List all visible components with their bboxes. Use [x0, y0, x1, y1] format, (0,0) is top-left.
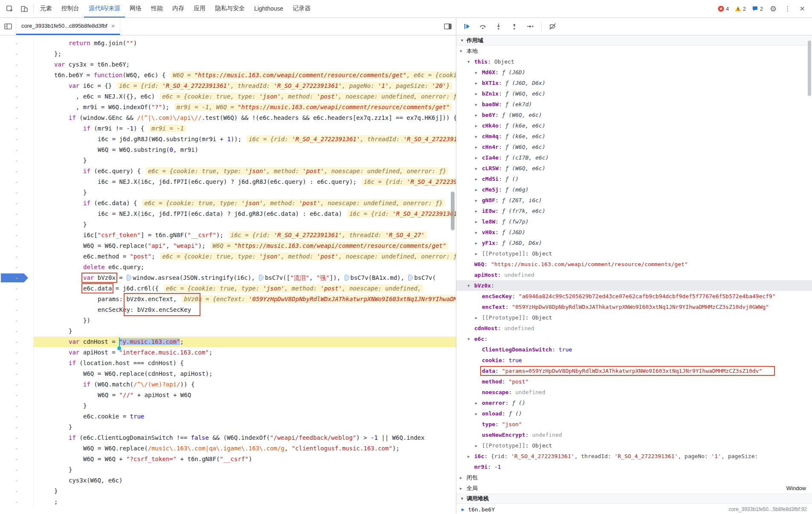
editor-scrollbar[interactable]: [450, 35, 455, 514]
gutter-cell[interactable]: -: [0, 454, 34, 465]
scope-property-row[interactable]: ▶bae8W: ƒ (ek7d): [456, 99, 812, 110]
step-button[interactable]: [524, 20, 536, 33]
gutter-cell[interactable]: -: [0, 347, 34, 358]
selection-handle[interactable]: [117, 346, 121, 350]
tab-recorder[interactable]: 记录器: [288, 0, 315, 17]
gutter-cell[interactable]: -: [0, 251, 34, 262]
step-out-button[interactable]: [508, 20, 521, 33]
disclosure-triangle-icon[interactable]: ▼: [460, 49, 467, 53]
code-text[interactable]: cys3x(W6Q, e6c): [34, 475, 456, 486]
gutter-cell[interactable]: -: [0, 219, 34, 230]
scope-property-row[interactable]: mr9i: -1: [456, 462, 812, 472]
gutter-cell[interactable]: -: [0, 113, 34, 123]
code-text[interactable]: return m6g.join(""): [34, 38, 456, 49]
code-text[interactable]: if (W6Q.match(/^\/(we)?api/)) {: [34, 379, 456, 390]
callstack-section-header[interactable]: ▼ 调用堆栈: [456, 494, 812, 504]
more-options-button[interactable]: ⋮: [780, 2, 795, 16]
scope-group-row[interactable]: ▶闭包: [456, 472, 812, 483]
scope-property-row[interactable]: ▶cLR5W: ƒ (W6Q, e6c): [456, 163, 812, 174]
gutter-cell[interactable]: -: [0, 134, 34, 145]
inline-breakpoint-marker[interactable]: [259, 275, 264, 281]
gutter-cell[interactable]: -: [0, 81, 34, 91]
code-text[interactable]: , e6c = NEJ.X({}, e6c)e6c = {cookie: tru…: [34, 91, 456, 102]
scope-property-row[interactable]: data: "params=059YzHpDwV8DpNbyRdlWDxJATh…: [456, 366, 812, 376]
scope-section-header[interactable]: ▼ 作用域: [456, 35, 812, 46]
gutter-cell[interactable]: -: [0, 422, 34, 433]
code-text[interactable]: var apiHost = "interface.music.163.com";: [34, 347, 456, 358]
code-text[interactable]: }: [34, 187, 456, 198]
scope-property-row[interactable]: ▶cHk4o: ƒ (k6e, e6c): [456, 120, 812, 131]
code-text[interactable]: W6Q = "//" + apiHost + W6Q: [34, 390, 456, 401]
disclosure-triangle-icon[interactable]: ▶: [475, 188, 482, 192]
messages-badge[interactable]: 2: [752, 6, 763, 12]
scope-property-row[interactable]: ▶i6c: {rid: 'R_SO_4_2722391361', threadI…: [456, 451, 812, 462]
code-text[interactable]: W6Q = W6Q + "?csrf_token=" + t6n.gN8F("_…: [34, 454, 456, 465]
tab-elements[interactable]: 元素: [35, 0, 57, 17]
gutter-cell[interactable]: -: [0, 294, 34, 305]
gutter-cell[interactable]: -: [0, 262, 34, 273]
gutter-cell[interactable]: -: [0, 166, 34, 177]
gutter-cell[interactable]: -: [0, 390, 34, 401]
gutter-cell[interactable]: -: [0, 38, 34, 49]
scope-property-row[interactable]: ▶iE8w: ƒ (fr7k, e6c): [456, 206, 812, 216]
code-text[interactable]: W6Q = W6Q.replace("api", "weapi");W6Q = …: [34, 241, 456, 251]
warning-badge[interactable]: 2: [735, 6, 746, 12]
code-text[interactable]: if (e6c.ClientLogDomainSwitch !== false …: [34, 433, 456, 443]
scope-property-row[interactable]: ▶cHn4r: ƒ (W6Q, e6c): [456, 142, 812, 152]
gutter-cell[interactable]: -: [0, 411, 34, 422]
step-over-button[interactable]: [476, 20, 489, 33]
code-text[interactable]: var bVz0x = window.asrsea(JSON.stringify…: [34, 273, 456, 283]
device-toolbar-button[interactable]: [17, 2, 32, 16]
sidebar-scrollbar[interactable]: [807, 35, 812, 514]
inspect-element-button[interactable]: [3, 2, 17, 16]
scope-property-row[interactable]: ▶be6Y: ƒ (W6Q, e6c): [456, 110, 812, 120]
code-text[interactable]: params: bVz0x.encText,bVz0x = {encText: …: [34, 294, 456, 305]
disclosure-triangle-icon[interactable]: ▶: [475, 316, 482, 320]
scope-property-row[interactable]: ▶gN8F: ƒ (Z6T, i6c): [456, 195, 812, 206]
gutter-cell[interactable]: -: [0, 305, 34, 315]
scope-property-row[interactable]: ▶[[Prototype]]: Object: [456, 248, 812, 259]
gutter-cell[interactable]: -: [0, 465, 34, 475]
disclosure-triangle-icon[interactable]: ▶: [475, 444, 482, 448]
callstack-frame[interactable]: ▶ t6n.be6Y core_3933b1fe50...5b8fe8d3fbf…: [456, 504, 812, 514]
disclosure-triangle-icon[interactable]: ▶: [475, 124, 482, 128]
code-text[interactable]: i6c["csrf_token"] = t6n.gN8F("__csrf");i…: [34, 230, 456, 241]
disclosure-triangle-icon[interactable]: ▶: [475, 145, 482, 149]
scope-property-row[interactable]: W6Q: "https://music.163.com/weapi/commen…: [456, 259, 812, 270]
code-text[interactable]: var cdnHost = "y.music.163.com";: [34, 337, 456, 347]
disclosure-triangle-icon[interactable]: ▶: [475, 220, 482, 224]
scope-property-row[interactable]: ClientLogDomainSwitch: true: [456, 344, 812, 355]
code-text[interactable]: i6c = NEJ.X(i6c, j6d.fP7I(e6c.data) ? j6…: [34, 209, 456, 219]
gutter-cell[interactable]: -: [0, 177, 34, 187]
disclosure-triangle-icon[interactable]: ▶: [475, 92, 482, 96]
code-text[interactable]: var cys3x = t6n.be6Y;: [34, 59, 456, 70]
scope-property-row[interactable]: ▶bXT1x: ƒ (J6D, D6x): [456, 78, 812, 88]
disclosure-triangle-icon[interactable]: ▶: [467, 454, 474, 459]
scope-property-row[interactable]: useNewEncrypt: undefined: [456, 430, 812, 440]
scope-property-row[interactable]: ▶cHm4q: ƒ (k6e, e6c): [456, 131, 812, 142]
disclosure-triangle-icon[interactable]: ▶: [475, 241, 482, 245]
disclosure-triangle-icon[interactable]: ▶: [475, 401, 482, 405]
code-text[interactable]: }: [34, 326, 456, 337]
gutter-cell[interactable]: -: [0, 326, 34, 337]
gutter-cell[interactable]: -: [0, 283, 34, 294]
tab-sources[interactable]: 源代码/来源: [84, 0, 125, 17]
disclosure-triangle-icon[interactable]: ▶: [475, 166, 482, 171]
disclosure-triangle-icon[interactable]: ▶: [475, 102, 482, 107]
gutter-cell[interactable]: -: [0, 187, 34, 198]
gutter-cell[interactable]: -: [0, 91, 34, 102]
inline-breakpoint-marker[interactable]: [127, 275, 131, 281]
disclosure-triangle-icon[interactable]: ▶: [460, 476, 467, 480]
scope-property-row[interactable]: ▶bZn1x: ƒ (W6Q, e6c): [456, 88, 812, 99]
disclosure-triangle-icon[interactable]: ▶: [475, 134, 482, 139]
gutter-cell[interactable]: -: [0, 155, 34, 166]
scope-property-row[interactable]: ▶cMd5i: ƒ (): [456, 174, 812, 184]
gutter-cell[interactable]: -: [0, 358, 34, 369]
tab-console[interactable]: 控制台: [57, 0, 84, 17]
gutter-cell[interactable]: -: [0, 337, 34, 347]
gutter-cell[interactable]: -: [0, 379, 34, 390]
file-tab[interactable]: core_3933b1fe50...c895b8fe8d3fbf ×: [16, 18, 120, 35]
code-text[interactable]: e6c.data = j6d.cr6l({e6c = {cookie: true…: [34, 283, 456, 294]
tab-lighthouse[interactable]: Lighthouse: [249, 0, 288, 17]
disclosure-triangle-icon[interactable]: ▶: [475, 412, 482, 416]
